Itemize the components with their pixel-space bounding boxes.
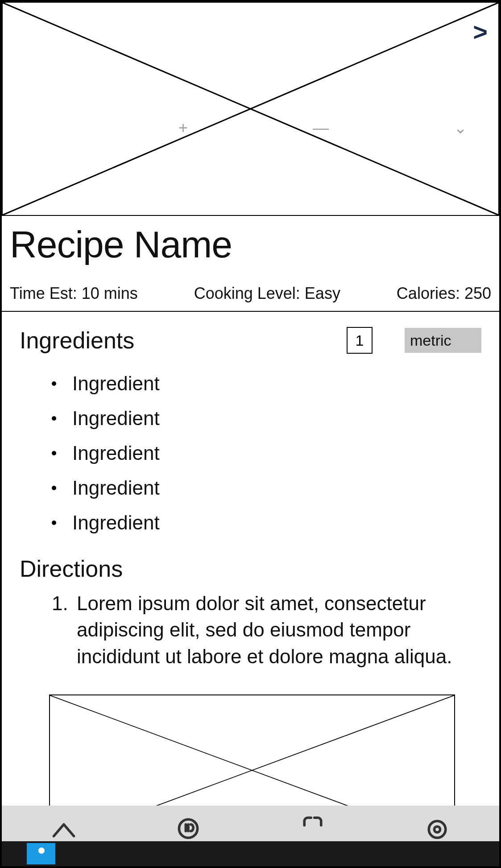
svg-line-3 — [50, 695, 454, 806]
svg-line-2 — [50, 695, 454, 806]
hero-image-placeholder: + — ⌄ > — [2, 2, 499, 216]
direction-step: 1.Lorem ipsum dolor sit amet, consectetu… — [52, 590, 481, 670]
step-text: Lorem ipsum dolor sit amet, consectetur … — [77, 590, 469, 670]
taskbar-app-icon[interactable] — [27, 843, 55, 864]
ingredient-item: Ingredient — [52, 436, 481, 471]
directions-list: 1.Lorem ipsum dolor sit amet, consectetu… — [20, 590, 481, 670]
next-image-button[interactable]: > — [473, 20, 488, 45]
ingredient-item: Ingredient — [52, 366, 481, 401]
hero-faint-controls: + — ⌄ — [3, 119, 498, 137]
svg-point-6 — [434, 827, 440, 832]
app-frame: + — ⌄ > Recipe Name Time Est: 10 mins Co… — [0, 0, 501, 868]
bullet-icon — [52, 486, 56, 490]
title-block: Recipe Name — [2, 216, 499, 272]
bullet-icon — [52, 381, 56, 386]
unit-toggle[interactable]: metric — [405, 328, 481, 353]
ingredient-label: Ingredient — [72, 372, 160, 395]
ingredient-item: Ingredient — [52, 505, 481, 540]
ingredient-label: Ingredient — [72, 512, 160, 534]
os-taskbar — [2, 841, 499, 866]
ingredients-heading: Ingredients — [20, 327, 315, 354]
placeholder-x-icon — [3, 3, 498, 215]
ingredients-section: Ingredients metric IngredientIngredientI… — [2, 312, 499, 806]
svg-point-5 — [429, 821, 446, 838]
scroll-content: + — ⌄ > Recipe Name Time Est: 10 mins Co… — [2, 2, 499, 806]
scan-icon[interactable] — [298, 812, 327, 840]
bottom-nav — [2, 806, 499, 841]
time-estimate: Time Est: 10 mins — [10, 284, 138, 303]
ingredient-label: Ingredient — [72, 407, 160, 430]
step-number: 1. — [52, 590, 77, 670]
meta-row: Time Est: 10 mins Cooking Level: Easy Ca… — [2, 272, 499, 311]
plus-icon[interactable]: + — [178, 119, 188, 137]
placeholder-x-icon — [50, 695, 454, 806]
recipe-title: Recipe Name — [10, 223, 491, 266]
cooking-level: Cooking Level: Easy — [194, 284, 340, 303]
step-image-placeholder — [49, 694, 455, 806]
bullet-icon — [52, 521, 56, 525]
ingredient-label: Ingredient — [72, 442, 160, 464]
ingredients-list: IngredientIngredientIngredientIngredient… — [20, 354, 481, 540]
recipes-icon[interactable] — [174, 812, 203, 840]
ingredient-item: Ingredient — [52, 471, 481, 505]
calories: Calories: 250 — [397, 284, 491, 303]
location-icon[interactable] — [423, 812, 451, 840]
ingredient-label: Ingredient — [72, 477, 160, 499]
ingredients-header-row: Ingredients metric — [20, 327, 481, 354]
chevron-down-icon[interactable]: ⌄ — [454, 119, 467, 137]
directions-heading: Directions — [20, 540, 481, 590]
servings-input[interactable] — [347, 327, 373, 354]
bullet-icon — [52, 451, 56, 455]
home-icon[interactable] — [50, 812, 78, 840]
minus-icon[interactable]: — — [313, 119, 329, 137]
bullet-icon — [52, 416, 56, 421]
ingredient-item: Ingredient — [52, 401, 481, 436]
